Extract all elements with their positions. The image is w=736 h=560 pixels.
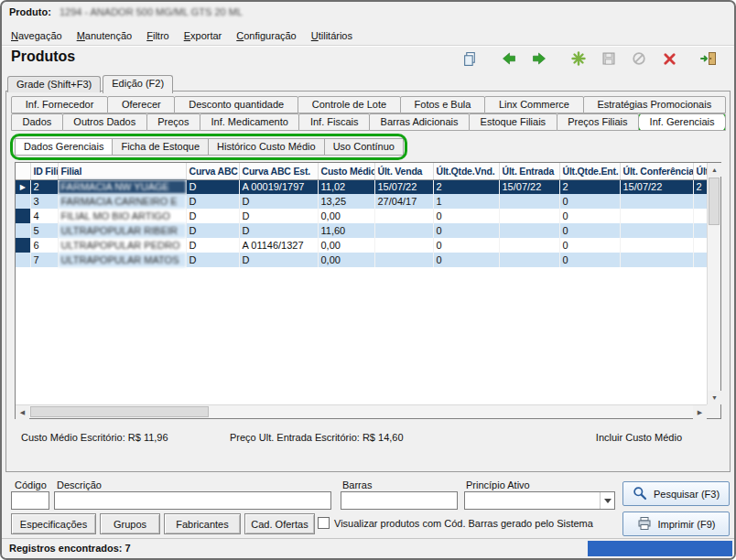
column-header[interactable]: Curva ABC Est. bbox=[239, 163, 318, 179]
pesquisar-button[interactable]: Pesquisar (F3) bbox=[622, 481, 730, 506]
filiais-table: ID Filial Filial Curva ABC Curva ABC Est… bbox=[16, 163, 707, 267]
tab-desconto-quantidade[interactable]: Desconto quantidade bbox=[174, 96, 298, 113]
scroll-left-icon[interactable]: ◀ bbox=[16, 405, 29, 419]
menu-exportar[interactable]: Exportar bbox=[177, 28, 230, 43]
especificacoes-button[interactable]: Especificações bbox=[11, 513, 96, 534]
column-header[interactable]: Últ. Venda bbox=[374, 163, 433, 179]
delete-icon[interactable] bbox=[660, 49, 678, 68]
subtab-uso-continuo[interactable]: Uso Contínuo bbox=[324, 138, 404, 156]
column-header[interactable]: Últ. Conferência bbox=[620, 163, 693, 179]
codigo-input[interactable] bbox=[11, 491, 49, 510]
chevron-down-icon[interactable] bbox=[600, 492, 614, 509]
column-header[interactable]: ID Filial bbox=[30, 163, 58, 179]
horizontal-scrollbar[interactable]: ◀ ▶ bbox=[16, 404, 707, 418]
barras-input[interactable] bbox=[341, 491, 458, 510]
column-header[interactable]: Últ. Entrada bbox=[499, 163, 559, 179]
incluir-custo-medio[interactable]: Incluir Custo Médio bbox=[596, 432, 682, 443]
cell: ULTRAPOPULAR MATOS bbox=[58, 253, 186, 267]
tab-outros-dados[interactable]: Outros Dados bbox=[62, 113, 147, 131]
cancel-icon[interactable] bbox=[630, 49, 648, 68]
cell: 0 bbox=[433, 253, 499, 267]
column-header[interactable]: Curva ABC bbox=[186, 163, 239, 179]
cell: 0 bbox=[559, 194, 620, 209]
menu-manutencao[interactable]: Manutenção bbox=[70, 28, 140, 43]
table-row[interactable]: 7ULTRAPOPULAR MATOSDD0,0000 bbox=[16, 253, 707, 267]
prev-arrow-icon[interactable] bbox=[500, 49, 518, 68]
cell: 0 bbox=[559, 209, 620, 223]
tab-precos-filiais[interactable]: Preços Filiais bbox=[557, 113, 639, 131]
column-header[interactable]: Custo Médio bbox=[318, 163, 374, 179]
menu-configuracao[interactable]: Configuração bbox=[229, 28, 303, 43]
cell: 2 bbox=[693, 179, 707, 194]
cell: A 01146/1327 bbox=[239, 238, 318, 253]
cell bbox=[693, 194, 707, 209]
descricao-input[interactable] bbox=[54, 491, 331, 510]
cell: 3 bbox=[30, 194, 58, 209]
menu-filtro[interactable]: Filtro bbox=[139, 28, 176, 43]
cell bbox=[693, 209, 707, 223]
subtab-dados-gerenciais[interactable]: Dados Gerenciais bbox=[15, 138, 113, 156]
cell: D bbox=[186, 238, 239, 253]
column-header[interactable]: Últ. bbox=[693, 163, 707, 179]
principio-ativo-select[interactable] bbox=[464, 491, 615, 510]
principio-ativo-value bbox=[465, 492, 600, 509]
tab-barras-adicionais[interactable]: Barras Adicionais bbox=[369, 113, 470, 131]
vertical-scrollbar[interactable]: ▲ ▼ bbox=[707, 163, 720, 404]
table-row[interactable]: 3FARMACIA CARNEIRO EDD13,2527/04/1710 bbox=[16, 194, 707, 209]
tab-inf-fornecedor[interactable]: Inf. Fornecedor bbox=[11, 96, 108, 113]
fabricantes-button[interactable]: Fabricantes bbox=[164, 513, 241, 534]
table-row[interactable]: 5ULTRAPOPULAR RIBEIRDD11,6000 bbox=[16, 223, 707, 238]
cad-ofertas-button[interactable]: Cad. Ofertas bbox=[244, 513, 315, 534]
table-row[interactable]: ▶2FARMACIA NW YUAGEDA 00019/179711,0215/… bbox=[16, 179, 707, 194]
column-header[interactable]: Últ.Qtde.Ent. bbox=[559, 163, 620, 179]
imprimir-button[interactable]: Imprimir (F9) bbox=[622, 512, 730, 536]
exit-icon[interactable] bbox=[699, 49, 718, 68]
subtab-historico-custo-medio[interactable]: Histórico Custo Médio bbox=[208, 138, 325, 156]
table-row[interactable]: 4FILIAL MO BIO ARTIGODD0,0000 bbox=[16, 209, 707, 223]
custo-medio-label: Custo Médio Escritório: bbox=[21, 432, 125, 443]
cell: D bbox=[186, 194, 239, 209]
horizontal-scroll-thumb[interactable] bbox=[30, 406, 209, 417]
row-indicator bbox=[16, 209, 30, 223]
cell: 6 bbox=[30, 238, 58, 253]
tab-fotos-e-bula[interactable]: Fotos e Bula bbox=[400, 96, 485, 113]
cell: 5 bbox=[30, 223, 58, 238]
new-record-icon[interactable] bbox=[569, 49, 588, 68]
tab-inf-medicamento[interactable]: Inf. Medicamento bbox=[200, 113, 299, 131]
cell: ULTRAPOPULAR PEDRO bbox=[58, 238, 186, 253]
tab-linx-commerce[interactable]: Linx Commerce bbox=[484, 96, 584, 113]
tab-inf-gerenciais[interactable]: Inf. Gerenciais bbox=[638, 113, 726, 131]
scroll-up-icon[interactable]: ▲ bbox=[708, 163, 721, 177]
cell bbox=[374, 209, 433, 223]
tab-estoque-filiais[interactable]: Estoque Filiais bbox=[469, 113, 557, 131]
tab-inf-fiscais[interactable]: Inf. Fiscais bbox=[298, 113, 370, 131]
pesquisar-button-label: Pesquisar (F3) bbox=[654, 489, 720, 500]
tab-edicao[interactable]: Edição (F2) bbox=[103, 75, 173, 93]
visualizar-barras-checkbox[interactable] bbox=[318, 517, 330, 529]
vertical-scroll-thumb[interactable] bbox=[709, 178, 720, 225]
menu-utilitarios[interactable]: Utilitários bbox=[304, 28, 360, 43]
save-icon[interactable] bbox=[600, 49, 618, 68]
row-indicator bbox=[16, 238, 30, 253]
menu-navegacao[interactable]: Navegação bbox=[4, 28, 70, 43]
row-indicator bbox=[16, 194, 30, 209]
grupos-button[interactable]: Grupos bbox=[100, 513, 160, 534]
copy-icon[interactable] bbox=[460, 49, 479, 68]
cell: 0,00 bbox=[318, 238, 374, 253]
next-arrow-icon[interactable] bbox=[530, 49, 548, 68]
tab-controle-de-lote[interactable]: Controle de Lote bbox=[298, 96, 401, 113]
cell: D bbox=[239, 223, 318, 238]
tab-grade[interactable]: Grade (Shift+F3) bbox=[7, 76, 101, 92]
tab-estrategias-promocionais[interactable]: Estratégias Promocionais bbox=[583, 96, 726, 113]
column-header[interactable]: Filial bbox=[58, 163, 186, 179]
visualizar-barras-checkbox-label[interactable]: Visualizar produtos com Cód. Barras gera… bbox=[334, 518, 593, 529]
scroll-right-icon[interactable]: ▶ bbox=[693, 405, 707, 419]
subtab-ficha-de-estoque[interactable]: Ficha de Estoque bbox=[112, 138, 209, 156]
tab-dados[interactable]: Dados bbox=[11, 113, 63, 131]
printer-icon bbox=[637, 516, 652, 533]
scroll-down-icon[interactable]: ▼ bbox=[708, 391, 721, 404]
tab-precos[interactable]: Preços bbox=[146, 113, 200, 131]
column-header[interactable]: Últ.Qtde.Vnd. bbox=[433, 163, 499, 179]
table-row[interactable]: 6ULTRAPOPULAR PEDRODA 01146/13270,0000 bbox=[16, 238, 707, 253]
tab-oferecer[interactable]: Oferecer bbox=[107, 96, 175, 113]
